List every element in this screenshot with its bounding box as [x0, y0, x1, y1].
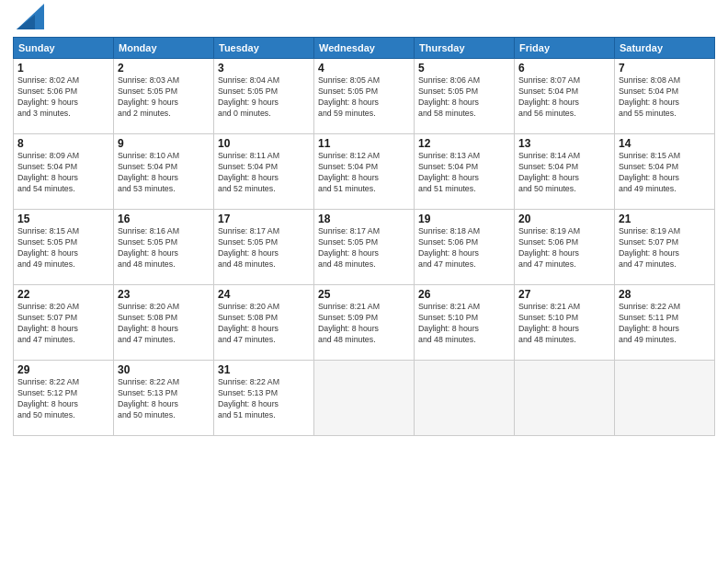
day-detail: Sunrise: 8:21 AM Sunset: 5:10 PM Dayligh…	[418, 302, 510, 346]
day-number: 3	[218, 62, 310, 75]
day-number: 17	[218, 213, 310, 225]
day-number: 2	[118, 62, 210, 75]
calendar-day-8: 8Sunrise: 8:09 AM Sunset: 5:04 PM Daylig…	[14, 134, 114, 210]
day-detail: Sunrise: 8:20 AM Sunset: 5:08 PM Dayligh…	[218, 302, 310, 346]
day-number: 5	[418, 62, 510, 75]
calendar-day-22: 22Sunrise: 8:20 AM Sunset: 5:07 PM Dayli…	[14, 285, 114, 361]
day-number: 8	[17, 137, 109, 150]
calendar-day-16: 16Sunrise: 8:16 AM Sunset: 5:05 PM Dayli…	[114, 210, 214, 285]
calendar-empty-cell	[314, 361, 415, 436]
calendar-day-30: 30Sunrise: 8:22 AM Sunset: 5:13 PM Dayli…	[114, 361, 214, 436]
page-header	[13, 9, 715, 29]
day-number: 10	[218, 137, 310, 150]
day-number: 24	[218, 288, 310, 301]
calendar-day-19: 19Sunrise: 8:18 AM Sunset: 5:06 PM Dayli…	[415, 210, 515, 285]
calendar-day-2: 2Sunrise: 8:03 AM Sunset: 5:05 PM Daylig…	[114, 59, 214, 134]
day-number: 22	[17, 288, 109, 301]
calendar-empty-cell	[415, 361, 515, 436]
day-detail: Sunrise: 8:10 AM Sunset: 5:04 PM Dayligh…	[118, 151, 210, 195]
logo	[13, 9, 44, 29]
day-detail: Sunrise: 8:04 AM Sunset: 5:05 PM Dayligh…	[218, 75, 310, 120]
day-detail: Sunrise: 8:17 AM Sunset: 5:05 PM Dayligh…	[218, 226, 310, 270]
day-detail: Sunrise: 8:17 AM Sunset: 5:05 PM Dayligh…	[318, 226, 410, 270]
day-number: 27	[518, 288, 610, 301]
day-detail: Sunrise: 8:08 AM Sunset: 5:04 PM Dayligh…	[619, 75, 711, 120]
calendar-day-14: 14Sunrise: 8:15 AM Sunset: 5:04 PM Dayli…	[615, 134, 715, 210]
day-number: 4	[318, 62, 410, 75]
calendar-day-24: 24Sunrise: 8:20 AM Sunset: 5:08 PM Dayli…	[214, 285, 314, 361]
calendar-week-2: 8Sunrise: 8:09 AM Sunset: 5:04 PM Daylig…	[14, 134, 715, 210]
calendar-day-21: 21Sunrise: 8:19 AM Sunset: 5:07 PM Dayli…	[615, 210, 715, 285]
calendar-day-29: 29Sunrise: 8:22 AM Sunset: 5:12 PM Dayli…	[14, 361, 114, 436]
day-detail: Sunrise: 8:07 AM Sunset: 5:04 PM Dayligh…	[518, 75, 610, 120]
day-detail: Sunrise: 8:03 AM Sunset: 5:05 PM Dayligh…	[118, 75, 210, 120]
calendar-day-11: 11Sunrise: 8:12 AM Sunset: 5:04 PM Dayli…	[314, 134, 415, 210]
calendar-week-1: 1Sunrise: 8:02 AM Sunset: 5:06 PM Daylig…	[14, 59, 715, 134]
page-container: SundayMondayTuesdayWednesdayThursdayFrid…	[0, 0, 728, 442]
calendar-day-7: 7Sunrise: 8:08 AM Sunset: 5:04 PM Daylig…	[615, 59, 715, 134]
day-detail: Sunrise: 8:21 AM Sunset: 5:10 PM Dayligh…	[518, 302, 610, 346]
calendar-header-thursday: Thursday	[415, 38, 515, 59]
day-detail: Sunrise: 8:14 AM Sunset: 5:04 PM Dayligh…	[518, 151, 610, 195]
day-number: 23	[118, 288, 210, 301]
calendar-day-31: 31Sunrise: 8:22 AM Sunset: 5:13 PM Dayli…	[214, 361, 314, 436]
calendar-day-18: 18Sunrise: 8:17 AM Sunset: 5:05 PM Dayli…	[314, 210, 415, 285]
calendar-day-17: 17Sunrise: 8:17 AM Sunset: 5:05 PM Dayli…	[214, 210, 314, 285]
day-number: 29	[17, 363, 109, 376]
day-number: 1	[17, 62, 109, 75]
calendar-header-row: SundayMondayTuesdayWednesdayThursdayFrid…	[14, 38, 715, 59]
day-detail: Sunrise: 8:21 AM Sunset: 5:09 PM Dayligh…	[318, 302, 410, 346]
calendar-header-monday: Monday	[114, 38, 214, 59]
calendar-day-28: 28Sunrise: 8:22 AM Sunset: 5:11 PM Dayli…	[615, 285, 715, 361]
calendar-week-4: 22Sunrise: 8:20 AM Sunset: 5:07 PM Dayli…	[14, 285, 715, 361]
day-number: 21	[619, 213, 711, 225]
day-detail: Sunrise: 8:22 AM Sunset: 5:11 PM Dayligh…	[619, 302, 711, 346]
day-detail: Sunrise: 8:18 AM Sunset: 5:06 PM Dayligh…	[418, 226, 510, 270]
day-detail: Sunrise: 8:11 AM Sunset: 5:04 PM Dayligh…	[218, 151, 310, 195]
calendar-day-26: 26Sunrise: 8:21 AM Sunset: 5:10 PM Dayli…	[415, 285, 515, 361]
day-number: 12	[418, 137, 510, 150]
day-number: 31	[218, 363, 310, 376]
day-number: 15	[17, 213, 109, 225]
calendar-week-5: 29Sunrise: 8:22 AM Sunset: 5:12 PM Dayli…	[14, 361, 715, 436]
calendar-empty-cell	[515, 361, 615, 436]
calendar-day-4: 4Sunrise: 8:05 AM Sunset: 5:05 PM Daylig…	[314, 59, 415, 134]
day-number: 28	[619, 288, 711, 301]
day-number: 25	[318, 288, 410, 301]
calendar-header-sunday: Sunday	[14, 38, 114, 59]
day-detail: Sunrise: 8:12 AM Sunset: 5:04 PM Dayligh…	[318, 151, 410, 195]
calendar-table: SundayMondayTuesdayWednesdayThursdayFrid…	[13, 37, 715, 436]
day-detail: Sunrise: 8:22 AM Sunset: 5:13 PM Dayligh…	[118, 377, 210, 421]
day-detail: Sunrise: 8:06 AM Sunset: 5:05 PM Dayligh…	[418, 75, 510, 120]
calendar-day-5: 5Sunrise: 8:06 AM Sunset: 5:05 PM Daylig…	[415, 59, 515, 134]
day-number: 30	[118, 363, 210, 376]
day-number: 20	[518, 213, 610, 225]
day-detail: Sunrise: 8:22 AM Sunset: 5:13 PM Dayligh…	[218, 377, 310, 421]
calendar-header-wednesday: Wednesday	[314, 38, 415, 59]
calendar-empty-cell	[615, 361, 715, 436]
day-number: 14	[619, 137, 711, 150]
day-number: 19	[418, 213, 510, 225]
day-number: 6	[518, 62, 610, 75]
day-detail: Sunrise: 8:19 AM Sunset: 5:07 PM Dayligh…	[619, 226, 711, 270]
calendar-day-25: 25Sunrise: 8:21 AM Sunset: 5:09 PM Dayli…	[314, 285, 415, 361]
calendar-header-tuesday: Tuesday	[214, 38, 314, 59]
calendar-day-15: 15Sunrise: 8:15 AM Sunset: 5:05 PM Dayli…	[14, 210, 114, 285]
day-detail: Sunrise: 8:16 AM Sunset: 5:05 PM Dayligh…	[118, 226, 210, 270]
day-number: 16	[118, 213, 210, 225]
calendar-header-saturday: Saturday	[615, 38, 715, 59]
calendar-day-13: 13Sunrise: 8:14 AM Sunset: 5:04 PM Dayli…	[515, 134, 615, 210]
day-number: 26	[418, 288, 510, 301]
calendar-header-friday: Friday	[515, 38, 615, 59]
calendar-day-27: 27Sunrise: 8:21 AM Sunset: 5:10 PM Dayli…	[515, 285, 615, 361]
calendar-day-6: 6Sunrise: 8:07 AM Sunset: 5:04 PM Daylig…	[515, 59, 615, 134]
day-number: 18	[318, 213, 410, 225]
svg-marker-1	[17, 15, 35, 29]
calendar-day-12: 12Sunrise: 8:13 AM Sunset: 5:04 PM Dayli…	[415, 134, 515, 210]
day-detail: Sunrise: 8:13 AM Sunset: 5:04 PM Dayligh…	[418, 151, 510, 195]
day-detail: Sunrise: 8:15 AM Sunset: 5:05 PM Dayligh…	[17, 226, 109, 270]
calendar-day-23: 23Sunrise: 8:20 AM Sunset: 5:08 PM Dayli…	[114, 285, 214, 361]
day-detail: Sunrise: 8:02 AM Sunset: 5:06 PM Dayligh…	[17, 75, 109, 120]
logo-icon	[17, 4, 44, 29]
calendar-day-3: 3Sunrise: 8:04 AM Sunset: 5:05 PM Daylig…	[214, 59, 314, 134]
